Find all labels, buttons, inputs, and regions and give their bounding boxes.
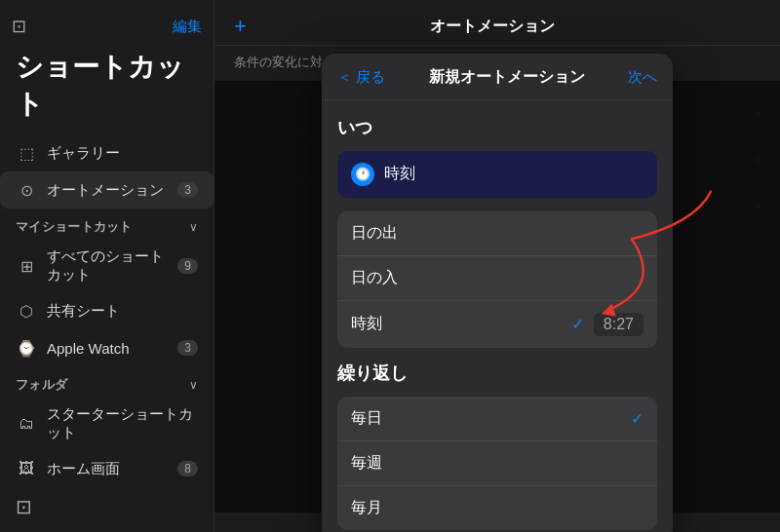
time-row[interactable]: 時刻 ✓ 8:27: [337, 301, 657, 348]
modal-title: 新規オートメーション: [429, 67, 585, 88]
modal-back-button[interactable]: ＜ 戻る: [337, 68, 385, 87]
modal-body: いつ 🕐 時刻 日の出 日の入: [322, 100, 673, 533]
starter-icon: 🗂: [16, 413, 37, 435]
my-shortcuts-section: マイショートカット ∨: [0, 209, 214, 240]
automations-badge: 3: [177, 182, 198, 198]
repeat-section-title: 繰り返し: [337, 361, 657, 385]
monthly-row[interactable]: 毎月: [337, 486, 657, 530]
home-screen-icon: 🖼: [16, 458, 37, 479]
home-screen-badge: 8: [177, 461, 198, 476]
when-section-title: いつ: [337, 116, 657, 139]
sunset-row[interactable]: 日の入: [337, 256, 657, 301]
folders-chevron: ∨: [189, 378, 198, 392]
daily-label: 毎日: [351, 408, 382, 429]
modal-next-button[interactable]: 次へ: [628, 68, 657, 87]
my-shortcuts-chevron: ∨: [189, 220, 198, 234]
time-row-right: ✓ 8:27: [571, 313, 644, 336]
sidebar-item-automations[interactable]: ⊙ オートメーション 3: [0, 171, 214, 209]
apple-watch-badge: 3: [177, 340, 198, 356]
sunset-label: 日の入: [351, 268, 398, 288]
shared-sheet-icon: ⬡: [16, 300, 37, 322]
sidebar-item-shared-sheet[interactable]: ⬡ 共有シート: [0, 292, 214, 329]
my-shortcuts-header: マイショートカット: [16, 218, 133, 236]
sidebar-item-apple-watch[interactable]: ⌚ Apple Watch 3: [0, 329, 214, 366]
selected-time-row[interactable]: 🕐 時刻: [337, 151, 657, 198]
automations-label: オートメーション: [47, 181, 168, 200]
settings-icon[interactable]: ⊡: [16, 496, 32, 517]
apple-watch-icon: ⌚: [16, 337, 37, 359]
gallery-icon: ⬚: [16, 142, 37, 164]
monthly-label: 毎月: [351, 498, 382, 518]
time-value[interactable]: 8:27: [594, 313, 644, 336]
main-content: › › › ＜ 戻る 新規オートメーション 次へ いつ 🕐 時: [214, 81, 780, 513]
sidebar-bottom: ⊡: [0, 487, 214, 526]
main-area: + オートメーション 条件の変化に対してデバイスを反応させます。 › › › ＜…: [214, 0, 780, 532]
weekly-label: 毎週: [351, 453, 382, 474]
sidebar-item-starter[interactable]: 🗂 スターターショートカット: [0, 398, 214, 450]
gallery-label: ギャラリー: [47, 144, 198, 163]
folders-section: フォルダ ∨: [0, 366, 214, 398]
automations-icon: ⊙: [16, 179, 37, 201]
shared-sheet-label: 共有シート: [47, 302, 198, 321]
daily-checkmark: ✓: [631, 409, 644, 428]
selected-time-label: 時刻: [384, 164, 415, 184]
time-checkmark: ✓: [571, 315, 584, 333]
sidebar-item-gallery[interactable]: ⬚ ギャラリー: [0, 134, 214, 171]
time-option-label: 時刻: [351, 314, 382, 334]
apple-watch-label: Apple Watch: [47, 340, 168, 357]
repeat-options-group: 毎日 ✓ 毎週 毎月: [337, 397, 657, 530]
main-header: + オートメーション: [214, 0, 780, 46]
starter-label: スターターショートカット: [47, 405, 198, 442]
folders-header: フォルダ: [16, 376, 67, 394]
modal-overlay: ＜ 戻る 新規オートメーション 次へ いつ 🕐 時刻 日の出: [214, 81, 780, 513]
all-shortcuts-label: すべてのショートカット: [47, 247, 168, 285]
sidebar-title: ショートカット: [0, 45, 214, 134]
sidebar-item-home-screen[interactable]: 🖼 ホーム画面 8: [0, 450, 214, 487]
time-options-group: 日の出 日の入 時刻 ✓ 8:27: [337, 211, 657, 348]
sidebar-top-bar: ⊡ 編集: [0, 16, 214, 45]
new-automation-modal: ＜ 戻る 新規オートメーション 次へ いつ 🕐 時刻 日の出: [322, 54, 673, 533]
modal-header: ＜ 戻る 新規オートメーション 次へ: [322, 54, 673, 100]
weekly-row[interactable]: 毎週: [337, 441, 657, 486]
main-header-title: オートメーション: [430, 17, 555, 37]
all-shortcuts-icon: ⊞: [16, 255, 37, 277]
edit-button[interactable]: 編集: [173, 18, 202, 36]
daily-row[interactable]: 毎日 ✓: [337, 397, 657, 441]
sidebar: ⊡ 編集 ショートカット ⬚ ギャラリー ⊙ オートメーション 3 マイショート…: [0, 0, 214, 532]
sunrise-row[interactable]: 日の出: [337, 211, 657, 256]
sidebar-toggle-icon[interactable]: ⊡: [12, 16, 26, 37]
clock-icon: 🕐: [351, 163, 374, 186]
home-screen-label: ホーム画面: [47, 460, 168, 478]
add-automation-button[interactable]: +: [234, 14, 247, 39]
all-shortcuts-badge: 9: [177, 258, 198, 274]
sunrise-label: 日の出: [351, 223, 398, 244]
sidebar-item-all-shortcuts[interactable]: ⊞ すべてのショートカット 9: [0, 240, 214, 292]
